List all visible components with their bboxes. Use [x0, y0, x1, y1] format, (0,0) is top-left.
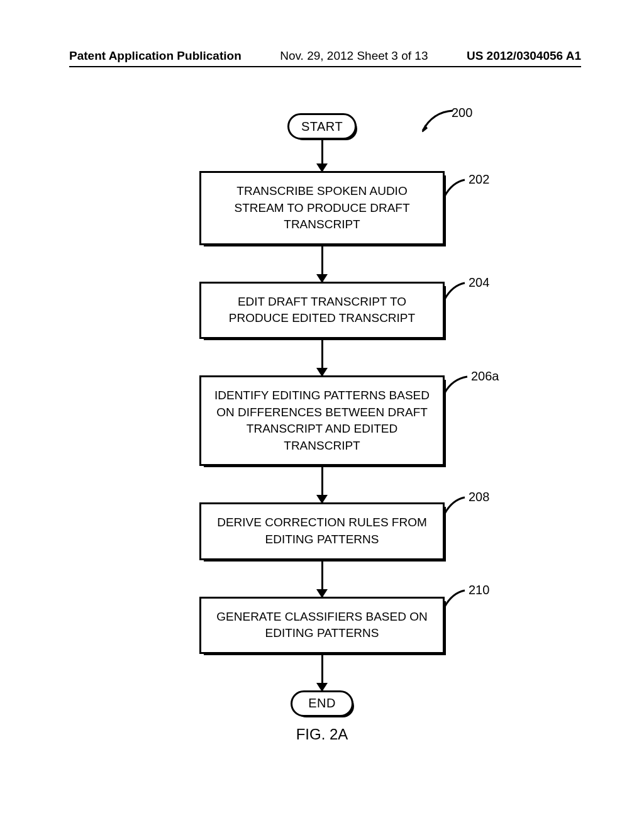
arrow-icon	[321, 339, 323, 375]
arrow-icon	[321, 245, 323, 282]
ref-hook-icon	[443, 373, 471, 398]
step-208-text: DERIVE CORRECTION RULES FROM EDITING PAT…	[217, 516, 427, 546]
step-202: TRANSCRIBE SPOKEN AUDIO STREAM TO PRODUC…	[199, 171, 445, 245]
header-divider	[69, 66, 581, 67]
page-header: Patent Application Publication Nov. 29, …	[69, 49, 581, 63]
ref-label-210: 210	[469, 583, 489, 597]
ref-label-206a: 206a	[471, 369, 499, 384]
step-202-text: TRANSCRIBE SPOKEN AUDIO STREAM TO PRODUC…	[234, 184, 409, 231]
step-206a-text: IDENTIFY EDITING PATTERNS BASED ON DIFFE…	[214, 389, 430, 452]
arrow-icon	[321, 140, 323, 171]
ref-label-204: 204	[469, 275, 489, 290]
step-210-text: GENERATE CLASSIFIERS BASED ON EDITING PA…	[216, 610, 427, 640]
start-terminator: START	[287, 113, 357, 140]
header-right: US 2012/0304056 A1	[467, 49, 581, 63]
flowchart: START TRANSCRIBE SPOKEN AUDIO STREAM TO …	[0, 113, 644, 717]
figure-label: FIG. 2A	[0, 726, 644, 743]
start-label: START	[301, 119, 343, 134]
page: Patent Application Publication Nov. 29, …	[0, 0, 644, 830]
end-label: END	[308, 696, 336, 711]
end-terminator: END	[291, 690, 353, 717]
step-210: GENERATE CLASSIFIERS BASED ON EDITING PA…	[199, 597, 445, 654]
ref-hook-icon	[443, 494, 469, 519]
ref-label-208: 208	[469, 490, 489, 504]
step-206a: IDENTIFY EDITING PATTERNS BASED ON DIFFE…	[199, 375, 445, 466]
ref-hook-icon	[443, 587, 469, 612]
ref-hook-icon	[443, 279, 469, 304]
step-208: DERIVE CORRECTION RULES FROM EDITING PAT…	[199, 502, 445, 560]
ref-label-202: 202	[469, 172, 489, 187]
arrow-icon	[321, 466, 323, 502]
arrow-icon	[321, 654, 323, 690]
header-left: Patent Application Publication	[69, 49, 242, 63]
header-mid: Nov. 29, 2012 Sheet 3 of 13	[280, 49, 428, 63]
step-204-text: EDIT DRAFT TRANSCRIPT TO PRODUCE EDITED …	[229, 295, 415, 325]
ref-hook-icon	[443, 176, 469, 201]
step-204: EDIT DRAFT TRANSCRIPT TO PRODUCE EDITED …	[199, 282, 445, 339]
arrow-icon	[321, 560, 323, 597]
